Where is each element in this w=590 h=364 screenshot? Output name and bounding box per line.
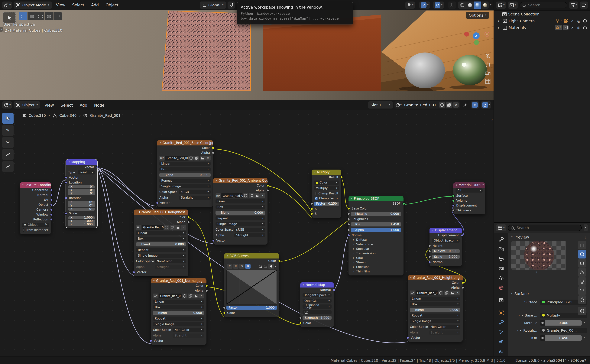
tab-collection[interactable] [494,295,508,305]
socket-roughness[interactable] [347,218,350,221]
socket-uv[interactable] [50,199,52,201]
channel-c-button[interactable]: C [227,264,233,269]
socket-color-in[interactable] [223,312,226,314]
socket-height[interactable] [428,245,431,247]
grid-toggle-icon[interactable] [485,79,490,84]
section-thin-film[interactable]: ›Thin Film [349,269,403,274]
colorspace-dropdown[interactable]: sRGB▾ [179,190,211,194]
open-image-button[interactable] [175,225,181,230]
image-name[interactable]: Granite_Red_0... [142,225,163,230]
unlink-button[interactable]: × [181,225,186,230]
section-transmission[interactable]: ›Transmission [349,251,403,256]
socket-window[interactable] [50,213,52,216]
projection-dropdown[interactable]: Box▾ [136,237,186,241]
copy-button[interactable] [188,293,193,299]
colorspace-dropdown[interactable]: Non-Color▾ [429,325,460,329]
tool-annotate[interactable]: ✎ [2,125,13,136]
colorspace-dropdown[interactable]: Non-Color▾ [155,259,186,263]
node-normal-map[interactable]: ▾Normal Map Normal Tangent Space▾ OpenGL… [300,282,334,327]
collapse-icon[interactable]: ▾ [22,184,24,186]
api-dropdown[interactable]: OpenGL▾ [303,299,331,303]
clamp-factor-checkbox[interactable]: ✓ [315,197,318,200]
tab-modifiers[interactable] [494,318,508,327]
section-sheen[interactable]: ›Sheen [349,260,403,265]
image-icon[interactable]: ▤▾ [153,293,158,299]
alpha-mode-dropdown[interactable]: Straight▾ [179,195,211,200]
preview-cube-button[interactable] [578,259,586,267]
unlink-button[interactable]: × [199,293,204,299]
tool-select-difference[interactable] [45,12,53,20]
preview-shaderball-button[interactable] [578,277,586,286]
fake-user-button[interactable] [164,225,169,230]
interpolation-dropdown[interactable]: Linear▾ [153,299,204,304]
tool-select[interactable] [2,113,13,124]
extension-dropdown[interactable]: Repeat▾ [153,317,204,321]
curve-tools-button[interactable] [268,264,274,269]
node-image-roughness[interactable]: ▾Granite_Red_001_Roughness.jpg Color Alp… [134,209,188,276]
socket-alpha[interactable] [347,229,350,231]
tab-view-layer[interactable] [494,264,508,273]
source-dropdown[interactable]: Single Image▾ [215,222,265,226]
socket-color-out[interactable] [187,216,190,219]
image-icon[interactable]: ▤▾ [159,156,165,161]
material-preview[interactable] [511,241,566,270]
copy-button[interactable] [444,291,449,295]
blend-slider[interactable]: Blend0.000 [215,211,265,215]
render-visibility-toggle[interactable] [583,26,588,29]
fake-user-button[interactable] [243,193,248,198]
selectable-toggle[interactable]: ◎ [577,19,581,23]
preview-hair-button[interactable] [578,268,586,277]
tool-cut-links[interactable]: ✂ [2,137,13,148]
gizmo-z-ball[interactable]: Z [473,32,480,39]
socket-alpha-out[interactable] [187,221,190,223]
data-type-dropdown[interactable]: Color▾ [314,181,339,185]
decorator-dot[interactable]: • [521,313,523,317]
display-mode-button[interactable]: ▾ [508,1,518,9]
extension-dropdown[interactable]: Repeat▾ [136,248,186,252]
ior-slider[interactable]: IOR1.450 [351,222,401,227]
node-header[interactable]: ▾Texture Coordinate [19,182,51,188]
menu-object[interactable]: Object [103,0,121,10]
tab-object[interactable] [494,308,508,318]
channel-b-button[interactable]: B [245,264,251,269]
fake-user-button[interactable] [438,291,443,295]
colorspace-dropdown[interactable]: sRGB▾ [234,228,265,232]
socket-vector-in[interactable] [132,271,135,273]
from-instancer-checkbox[interactable] [23,228,24,232]
tool-select-subtract[interactable] [36,12,45,20]
decorator-dot[interactable]: • [582,321,587,325]
section-coat[interactable]: ›Coat [349,256,403,260]
shader-type-dropdown[interactable]: Object ▾ [14,101,40,109]
mapping-type-dropdown[interactable]: Point▾ [78,170,95,175]
operation-dropdown[interactable]: Multiply▾ [314,186,339,190]
scale-y[interactable]: Y1.000 [68,220,95,223]
fake-user-button[interactable] [182,293,187,299]
blend-slider[interactable]: Blend0.000 [153,311,204,315]
gizmo-x-neg-ball[interactable]: × [485,32,489,37]
socket-object[interactable] [50,203,52,206]
socket-result-out[interactable] [340,176,343,179]
socket-base-color[interactable] [347,207,350,210]
tool-reroute[interactable] [2,161,13,172]
scale-z[interactable]: Z1.000 [68,223,95,226]
gizmo-x-ball[interactable] [464,32,469,37]
node-principled-bsdf[interactable]: ▾Principled BSDF BSDF Base Color Metalli… [349,196,403,275]
midlevel-slider[interactable]: Midlevel0.500 [432,249,460,253]
node-image-ambient-occlusion[interactable]: ▾Granite_Red_001_Ambient Occlusion... Co… [213,178,267,245]
socket-a[interactable] [310,208,313,210]
editor-type-button[interactable]: ▾ [496,224,506,231]
socket-vector-in[interactable] [156,202,158,204]
preview-world-button[interactable] [578,307,586,315]
socket-alpha-out[interactable] [205,289,208,292]
blend-slider[interactable]: Blend0.000 [136,242,186,247]
socket-factor[interactable] [310,202,313,205]
socket-normal[interactable] [428,261,431,263]
outliner-row-light-camera[interactable]: › Light_Camera 4 ✓ ◎ [494,17,590,24]
space-dropdown[interactable]: Tangent Space▾ [303,293,331,297]
node-header[interactable]: ▾Mapping [66,159,97,165]
pan-hand-icon[interactable] [485,62,490,67]
scale-slider[interactable]: Scale1.000 [432,255,460,259]
node-texture-coordinate[interactable]: ▾Texture Coordinate Generated Normal UV … [19,182,51,234]
tab-render[interactable] [494,244,508,254]
unlink-button[interactable]: × [455,291,460,295]
